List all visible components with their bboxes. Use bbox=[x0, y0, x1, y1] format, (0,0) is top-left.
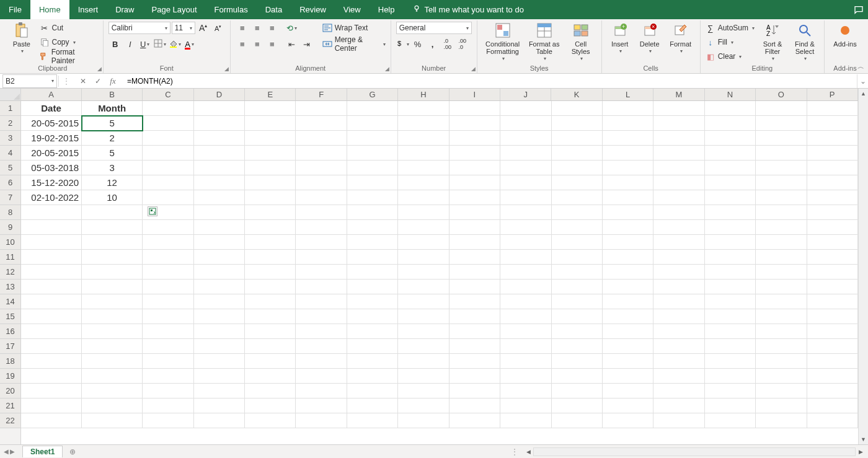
cell[interactable] bbox=[552, 146, 603, 161]
cell[interactable] bbox=[500, 399, 551, 413]
scroll-up-icon[interactable]: ▲ bbox=[859, 89, 868, 99]
cell[interactable] bbox=[143, 101, 193, 116]
cell[interactable]: 5 bbox=[82, 116, 143, 131]
cell[interactable] bbox=[756, 220, 807, 235]
underline-button[interactable]: U▾ bbox=[138, 38, 152, 50]
cell[interactable] bbox=[807, 101, 858, 116]
cell[interactable] bbox=[705, 369, 756, 384]
dialog-launcher-icon[interactable]: ◢ bbox=[385, 66, 389, 72]
cell[interactable] bbox=[807, 146, 858, 161]
percent-button[interactable]: % bbox=[411, 38, 425, 50]
row-header[interactable]: 9 bbox=[0, 220, 20, 235]
cell[interactable] bbox=[398, 294, 449, 309]
cell[interactable] bbox=[450, 161, 500, 175]
cell[interactable] bbox=[603, 250, 653, 265]
column-header[interactable]: C bbox=[143, 89, 193, 100]
cell[interactable] bbox=[296, 116, 347, 131]
cell[interactable] bbox=[347, 354, 398, 369]
cell[interactable] bbox=[756, 369, 807, 384]
cell[interactable] bbox=[756, 265, 807, 280]
cell[interactable] bbox=[347, 265, 398, 280]
cell[interactable] bbox=[245, 146, 296, 161]
tab-draw[interactable]: Draw bbox=[107, 0, 143, 19]
cell[interactable] bbox=[245, 280, 296, 294]
cell[interactable] bbox=[603, 205, 653, 220]
column-header[interactable]: H bbox=[398, 89, 449, 100]
cell[interactable] bbox=[807, 190, 858, 205]
number-format-select[interactable]: General▾ bbox=[396, 22, 472, 34]
cell[interactable] bbox=[143, 161, 193, 175]
cell[interactable] bbox=[194, 324, 245, 339]
cell[interactable] bbox=[705, 309, 756, 324]
cell[interactable] bbox=[21, 235, 82, 250]
cell[interactable] bbox=[450, 294, 500, 309]
cell[interactable] bbox=[552, 250, 603, 265]
align-top-button[interactable]: ≡ bbox=[236, 22, 249, 34]
collapse-ribbon-button[interactable]: ︿ bbox=[857, 62, 864, 71]
copy-button[interactable]: Copy ▾ bbox=[40, 36, 98, 48]
cell[interactable] bbox=[500, 250, 551, 265]
cell[interactable] bbox=[398, 413, 449, 428]
cell[interactable] bbox=[603, 280, 653, 294]
cell[interactable] bbox=[143, 116, 193, 131]
cell[interactable] bbox=[82, 220, 143, 235]
cell[interactable] bbox=[552, 131, 603, 146]
cell[interactable] bbox=[245, 205, 296, 220]
cell[interactable] bbox=[500, 413, 551, 428]
cell[interactable] bbox=[143, 384, 193, 399]
cell[interactable] bbox=[500, 324, 551, 339]
cell[interactable] bbox=[653, 324, 704, 339]
cancel-formula-button[interactable]: ✕ bbox=[76, 74, 90, 88]
cell[interactable] bbox=[143, 220, 193, 235]
column-header[interactable]: G bbox=[347, 89, 398, 100]
cell[interactable] bbox=[450, 265, 500, 280]
cell[interactable]: 12 bbox=[82, 175, 143, 190]
cell[interactable] bbox=[143, 265, 193, 280]
conditional-formatting-button[interactable]: Conditional Formatting▾ bbox=[482, 22, 523, 62]
cell[interactable] bbox=[398, 399, 449, 413]
cell[interactable] bbox=[552, 384, 603, 399]
row-header[interactable]: 16 bbox=[0, 324, 20, 339]
column-header[interactable]: A bbox=[21, 89, 82, 100]
font-size-select[interactable]: 11▾ bbox=[172, 22, 195, 34]
cell[interactable] bbox=[21, 220, 82, 235]
cell[interactable] bbox=[347, 101, 398, 116]
cell[interactable] bbox=[194, 190, 245, 205]
cell[interactable] bbox=[450, 250, 500, 265]
cell[interactable] bbox=[245, 309, 296, 324]
find-select-button[interactable]: Find & Select▾ bbox=[790, 22, 819, 62]
cell[interactable] bbox=[500, 235, 551, 250]
cell[interactable] bbox=[194, 131, 245, 146]
cell[interactable] bbox=[552, 369, 603, 384]
row-header[interactable]: 14 bbox=[0, 294, 20, 309]
cell[interactable] bbox=[705, 235, 756, 250]
scroll-right-icon[interactable]: ▶ bbox=[856, 447, 866, 457]
cell[interactable] bbox=[347, 161, 398, 175]
cell[interactable] bbox=[347, 146, 398, 161]
cell[interactable] bbox=[398, 280, 449, 294]
sheet-next-icon[interactable]: ▶ bbox=[10, 448, 15, 455]
dialog-launcher-icon[interactable]: ◢ bbox=[471, 66, 476, 72]
cell[interactable] bbox=[705, 384, 756, 399]
cell[interactable] bbox=[296, 161, 347, 175]
cell[interactable] bbox=[296, 146, 347, 161]
cell[interactable] bbox=[756, 116, 807, 131]
row-header[interactable]: 3 bbox=[0, 131, 20, 146]
cell[interactable] bbox=[245, 190, 296, 205]
cell[interactable] bbox=[756, 384, 807, 399]
cell[interactable] bbox=[82, 413, 143, 428]
cell[interactable] bbox=[398, 265, 449, 280]
cell[interactable] bbox=[653, 220, 704, 235]
insert-cells-button[interactable]: + Insert▾ bbox=[607, 22, 633, 55]
cell[interactable] bbox=[705, 175, 756, 190]
cell[interactable]: 10 bbox=[82, 190, 143, 205]
cell[interactable]: 05-03-2018 bbox=[21, 161, 82, 175]
cell[interactable] bbox=[143, 190, 193, 205]
cell[interactable] bbox=[347, 324, 398, 339]
cell[interactable] bbox=[807, 294, 858, 309]
cell[interactable] bbox=[500, 175, 551, 190]
cell[interactable] bbox=[143, 235, 193, 250]
cell[interactable] bbox=[143, 131, 193, 146]
cell[interactable] bbox=[82, 235, 143, 250]
cell[interactable] bbox=[552, 309, 603, 324]
